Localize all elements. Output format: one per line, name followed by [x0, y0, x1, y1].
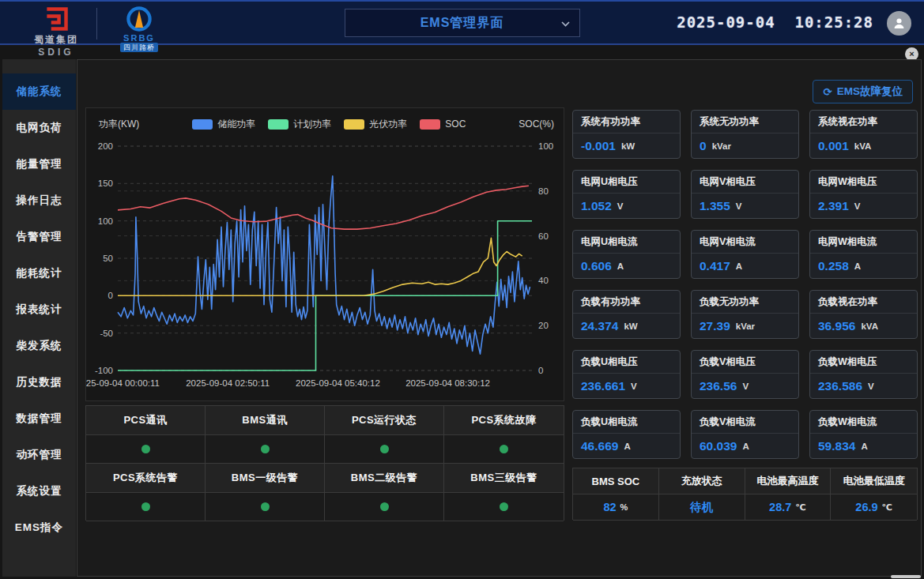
srbg-logo-subtitle: 四川路桥: [120, 43, 158, 52]
metric-value: 1.052: [581, 199, 612, 213]
metric-value: 2.391: [818, 199, 849, 213]
metric-label: 电网V相电流: [692, 231, 798, 254]
srbg-logo: SRBG 四川路桥: [107, 6, 171, 52]
status-ok-dot: [500, 445, 508, 453]
battery-table-value: 待机: [659, 494, 745, 521]
legend-swatch: [344, 119, 364, 130]
metric-unit: A: [742, 442, 749, 451]
metric-unit: kW: [621, 141, 635, 151]
metric-value: 0.001: [818, 139, 849, 153]
legend-item[interactable]: 储能功率: [192, 118, 255, 131]
sidebar-item[interactable]: 报表统计: [2, 291, 76, 328]
metric-card: 电网V相电流0.417A: [691, 230, 799, 279]
metric-card: 负载W相电压236.586V: [809, 350, 918, 399]
sidebar-item[interactable]: 柴发系统: [2, 328, 76, 364]
battery-value: 28.7: [769, 501, 791, 513]
status-label: PCS通讯: [86, 406, 206, 435]
legend-item[interactable]: 光伏功率: [344, 118, 407, 131]
metric-value: 60.039: [700, 439, 737, 453]
sdig-logo-subtitle: SDIG: [38, 47, 74, 58]
chevron-down-icon: [561, 21, 570, 27]
status-label: PCS系统故障: [444, 406, 564, 435]
svg-text:100: 100: [98, 216, 113, 226]
sidebar-item[interactable]: 能耗统计: [2, 255, 76, 291]
metric-label: 负载V相电流: [692, 411, 798, 434]
battery-table-value: 82%: [573, 494, 659, 521]
refresh-icon: ⟳: [823, 85, 832, 98]
left-axis-label: 功率(KW): [99, 118, 139, 131]
metric-label: 电网U相电压: [573, 171, 680, 194]
status-ok-dot: [141, 502, 150, 511]
metric-value: 236.56: [700, 379, 737, 393]
status-label: BMS二级告警: [325, 464, 444, 493]
ems-fault-reset-label: EMS故障复位: [837, 85, 903, 99]
page-select-dropdown[interactable]: EMS管理界面: [345, 9, 580, 37]
header-time: 10:25:28: [794, 13, 873, 31]
status-label: PCS系统告警: [86, 464, 206, 493]
legend-label: 计划功率: [293, 118, 331, 131]
legend-item[interactable]: SOC: [420, 118, 466, 131]
status-cell: [206, 435, 325, 464]
app-header: 蜀道集团 SDIG SRBG 四川路桥 EMS管理界面 2025-09-04 1…: [0, 0, 924, 45]
sidebar-item[interactable]: 储能系统: [2, 73, 76, 110]
status-grid: PCS通讯BMS通讯PCS运行状态PCS系统故障PCS系统告警BMS一级告警BM…: [85, 405, 564, 521]
metric-card: 负载W相电流59.834A: [809, 410, 918, 459]
metric-card: 负载U相电流46.669A: [572, 410, 681, 459]
metric-unit: A: [861, 442, 867, 451]
metric-unit: kW: [624, 321, 637, 331]
status-cell: [325, 435, 444, 464]
metric-value: 0.417: [700, 259, 730, 273]
metric-card: 电网W相电压2.391V: [809, 170, 918, 219]
status-cell: [325, 493, 444, 521]
status-ok-dot: [380, 502, 389, 511]
sdig-logo-title: 蜀道集团: [34, 33, 78, 47]
svg-text:0: 0: [538, 366, 543, 375]
metric-label: 电网V相电压: [692, 171, 798, 194]
sidebar-item[interactable]: 动环管理: [2, 437, 76, 473]
legend-item[interactable]: 计划功率: [268, 118, 331, 131]
right-axis-label: SOC(%): [519, 118, 554, 130]
status-ok-dot: [261, 502, 270, 511]
sidebar-item[interactable]: 系统设置: [2, 473, 76, 509]
metric-value: 0: [700, 139, 707, 153]
status-label: PCS运行状态: [325, 406, 444, 435]
sidebar-item[interactable]: 电网负荷: [2, 110, 76, 146]
metric-value: 1.355: [700, 199, 730, 213]
power-chart-panel: 功率(KW) 储能功率计划功率光伏功率SOC SOC(%) 2001501005…: [85, 107, 564, 401]
user-icon: [892, 17, 906, 30]
sidebar-item[interactable]: 操作日志: [2, 182, 76, 219]
metric-card: 电网V相电压1.355V: [691, 170, 799, 219]
metric-label: 电网W相电压: [810, 171, 917, 194]
metric-label: 负载U相电流: [573, 411, 680, 434]
sidebar-item[interactable]: 能量管理: [2, 146, 76, 182]
legend-swatch: [420, 119, 440, 130]
status-label: BMS三级告警: [444, 464, 564, 493]
status-cell: [86, 435, 206, 464]
ems-app: 蜀道集团 SDIG SRBG 四川路桥 EMS管理界面 2025-09-04 1…: [0, 0, 924, 579]
svg-text:2025-09-04 05:40:12: 2025-09-04 05:40:12: [296, 378, 380, 388]
page-select-value: EMS管理界面: [421, 15, 504, 32]
metric-card: 系统视在功率0.001kVA: [809, 110, 918, 159]
horizontal-scrollbar[interactable]: [891, 575, 921, 578]
svg-text:40: 40: [538, 276, 549, 285]
metric-unit: A: [854, 261, 861, 271]
sidebar-item[interactable]: 历史数据: [2, 364, 76, 400]
sidebar-item[interactable]: 告警管理: [2, 219, 76, 255]
srbg-logo-title: SRBG: [123, 33, 155, 43]
svg-text:80: 80: [538, 186, 549, 196]
ems-fault-reset-button[interactable]: ⟳ EMS故障复位: [813, 80, 913, 103]
battery-table-header: 充放状态: [659, 468, 745, 494]
sidebar-item[interactable]: 数据管理: [2, 400, 76, 437]
metric-value: 24.374: [581, 319, 618, 333]
metric-unit: A: [617, 261, 624, 271]
sidebar-item[interactable]: EMS指令: [2, 509, 76, 546]
battery-value: 待机: [690, 500, 713, 515]
status-ok-dot: [500, 502, 508, 511]
metric-value: 46.669: [581, 439, 618, 453]
user-avatar[interactable]: [887, 11, 911, 36]
metric-card: 系统有功功率-0.001kW: [572, 110, 681, 159]
header-datetime: 2025-09-04 10:25:28: [677, 13, 873, 31]
metric-value: 36.956: [818, 319, 855, 333]
status-label: BMS通讯: [206, 406, 325, 435]
sdig-logo-icon: [42, 6, 70, 32]
